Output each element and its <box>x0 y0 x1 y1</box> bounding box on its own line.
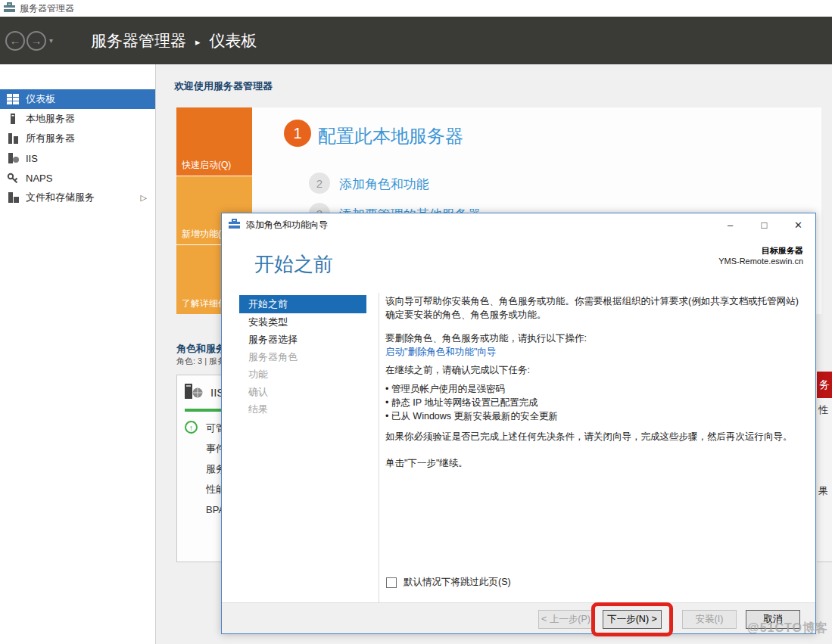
window-titlebar: 服务器管理器 <box>0 0 832 17</box>
bullet-item: • 已从 Windows 更新安装最新的安全更新 <box>385 409 806 423</box>
dashboard-grid-icon <box>7 94 19 104</box>
skip-page-checkbox-row: 默认情况下将跳过此页(S) <box>386 576 511 589</box>
local-server-icon <box>7 114 19 124</box>
sidebar-item-iis[interactable]: IIS <box>0 148 155 168</box>
intro-paragraph: 该向导可帮助你安装角色、角色服务或功能。你需要根据组织的计算要求(例如共享文档或… <box>385 291 806 322</box>
skip-page-checkbox[interactable] <box>386 577 397 588</box>
sidebar-item-label: 所有服务器 <box>26 132 75 145</box>
target-server-block: 目标服务器 YMS-Remote.eswin.cn <box>718 245 803 266</box>
remove-roles-link[interactable]: 启动"删除角色和功能"向导 <box>385 345 806 359</box>
sidebar-item-label: IIS <box>26 153 38 164</box>
wizard-body: 该向导可帮助你安装角色、角色服务或功能。你需要根据组织的计算要求(例如共享文档或… <box>385 291 806 470</box>
sidebar-item-label: NAPS <box>26 173 52 184</box>
remove-hint: 要删除角色、角色服务或功能，请执行以下操作: <box>385 331 806 345</box>
welcome-heading: 欢迎使用服务器管理器 <box>174 79 273 93</box>
bullet-text: 管理员帐户使用的是强密码 <box>391 384 505 394</box>
wizard-nav: 开始之前 安装类型 服务器选择 服务器角色 功能 确认 结果 <box>222 293 379 602</box>
quick-start-label: 快速启动(Q) <box>182 159 231 172</box>
iis-tile-icon <box>185 384 203 401</box>
wizard-nav-results: 结果 <box>239 400 366 418</box>
install-button: 安装(I) <box>682 610 737 629</box>
bullet-icon: • <box>385 411 388 422</box>
sidebar-item-dashboard[interactable]: 仪表板 <box>0 89 155 109</box>
wizard-nav-server-roles: 服务器角色 <box>239 348 366 366</box>
minimize-button[interactable]: – <box>713 213 747 236</box>
wizard-footer: < 上一步(P) 下一步(N) > 安装(I) 取消 <box>222 602 815 633</box>
forward-arrow-icon[interactable]: → <box>26 31 46 51</box>
breadcrumb-current: 仪表板 <box>210 30 257 51</box>
verify-note: 如果你必须验证是否已完成上述任何先决条件，请关闭向导，完成这些步骤，然后再次运行… <box>385 430 806 443</box>
sidebar-item-all-servers[interactable]: 所有服务器 <box>0 129 155 148</box>
expander-arrow-icon[interactable]: ▷ <box>141 193 147 203</box>
bullet-icon: • <box>385 384 388 394</box>
configure-local-server-link[interactable]: 配置此本地服务器 <box>318 124 463 148</box>
wizard-page-title: 开始之前 <box>254 251 333 278</box>
step-number-badge: 1 <box>284 120 311 147</box>
sidebar-item-label: 仪表板 <box>26 92 55 106</box>
wizard-nav-features: 功能 <box>239 366 366 383</box>
bullet-icon: • <box>385 397 388 408</box>
key-icon <box>7 173 19 183</box>
window-title: 服务器管理器 <box>20 2 74 15</box>
right-tile-row-fragment: 果 <box>818 484 828 498</box>
chevron-down-icon[interactable]: ▾ <box>49 36 53 45</box>
app-header: ← → ▾ 服务器管理器 ▸ 仪表板 <box>0 17 832 64</box>
wizard-nav-server-selection[interactable]: 服务器选择 <box>239 331 366 348</box>
server-manager-icon <box>4 2 15 15</box>
quick-start-tab[interactable]: 快速启动(Q) <box>176 107 252 176</box>
add-roles-link[interactable]: 添加角色和功能 <box>339 176 429 193</box>
bullet-item: • 静态 IP 地址等网络设置已配置完成 <box>385 396 806 409</box>
sidebar-item-label: 文件和存储服务 <box>26 191 95 204</box>
wizard-icon <box>229 219 240 231</box>
confirm-hint: 在继续之前，请确认完成以下任务: <box>385 363 806 377</box>
close-button[interactable]: ✕ <box>781 213 815 236</box>
right-tile-row-fragment: 性 <box>818 403 828 417</box>
sidebar-item-label: 本地服务器 <box>26 112 75 126</box>
breadcrumb: 服务器管理器 ▸ 仪表板 <box>91 30 257 51</box>
wizard-nav-confirm: 确认 <box>239 383 366 400</box>
watermark: @51CTO博客 <box>747 621 828 636</box>
maximize-button[interactable]: □ <box>747 213 781 236</box>
target-server-label: 目标服务器 <box>718 245 803 257</box>
back-arrow-icon[interactable]: ← <box>5 31 25 51</box>
wizard-nav-install-type[interactable]: 安装类型 <box>239 313 366 331</box>
breadcrumb-separator-icon: ▸ <box>195 34 201 48</box>
skip-page-checkbox-label: 默认情况下将跳过此页(S) <box>404 576 511 589</box>
up-arrow-status-icon: ↑ <box>185 421 198 434</box>
sidebar-item-naps[interactable]: NAPS <box>0 168 155 188</box>
wizard-nav-before-begin[interactable]: 开始之前 <box>239 295 366 313</box>
target-server-value: YMS-Remote.eswin.cn <box>718 257 803 266</box>
iis-server-icon <box>7 153 19 163</box>
file-storage-icon <box>7 192 19 203</box>
add-roles-wizard-dialog: 添加角色和功能向导 – □ ✕ 开始之前 目标服务器 YMS-Remote.es… <box>221 213 816 634</box>
breadcrumb-root[interactable]: 服务器管理器 <box>91 30 186 51</box>
step-number-badge: 2 <box>309 173 330 194</box>
previous-button: < 上一步(P) <box>538 610 594 629</box>
server-manager-window: 服务器管理器 ← → ▾ 服务器管理器 ▸ 仪表板 仪表板 本地服务器 所有服务… <box>0 0 832 644</box>
sidebar-item-local-server[interactable]: 本地服务器 <box>0 109 155 129</box>
all-servers-icon <box>7 133 19 144</box>
sidebar: 仪表板 本地服务器 所有服务器 IIS NAPS 文件和存储服务 ▷ <box>0 64 156 644</box>
bullet-item: • 管理员帐户使用的是强密码 <box>385 382 806 396</box>
bullet-text: 静态 IP 地址等网络设置已配置完成 <box>391 397 538 408</box>
dialog-titlebar[interactable]: 添加角色和功能向导 – □ ✕ <box>222 213 815 236</box>
bullet-text: 已从 Windows 更新安装最新的安全更新 <box>391 411 558 422</box>
sidebar-item-file-storage[interactable]: 文件和存储服务 ▷ <box>0 188 155 207</box>
continue-note: 单击"下一步"继续。 <box>385 456 806 470</box>
next-button[interactable]: 下一步(N) > <box>603 610 662 629</box>
dialog-title: 添加角色和功能向导 <box>246 219 328 232</box>
right-tile-error-header: 务 <box>817 372 832 398</box>
